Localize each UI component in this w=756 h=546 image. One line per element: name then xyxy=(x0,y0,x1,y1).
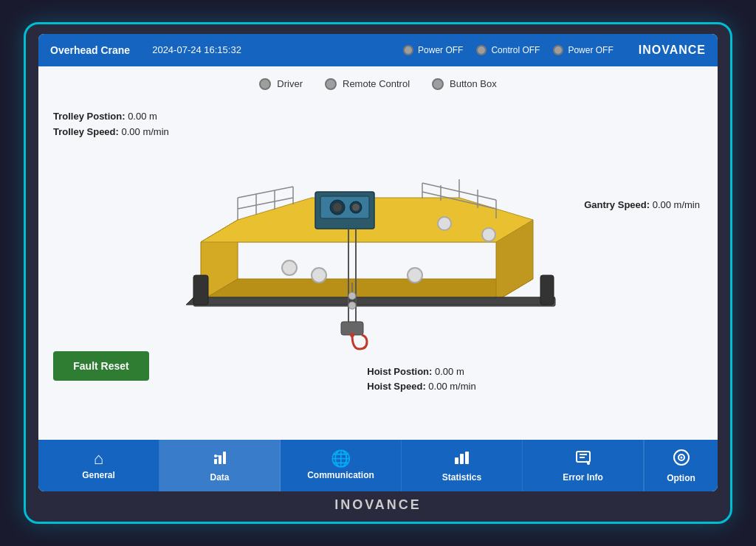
driver-label: Driver xyxy=(277,78,303,89)
hoist-position-value: 0.00 m xyxy=(435,366,464,377)
device-frame: Overhead Crane 2024-07-24 16:15:32 Power… xyxy=(24,22,732,524)
hoist-speed-row: Hoist Speed: 0.00 m/min xyxy=(367,381,475,392)
nav-communication[interactable]: 🌐 Communication xyxy=(281,440,402,491)
svg-point-43 xyxy=(214,455,217,457)
status-label-2: Control OFF xyxy=(491,45,540,55)
statistics-icon xyxy=(453,449,471,469)
svg-rect-26 xyxy=(193,275,208,305)
trolley-position-row: Trolley Postion: 0.00 m xyxy=(53,111,169,122)
sub-status-remote: Remote Control xyxy=(325,78,410,90)
svg-point-39 xyxy=(348,302,356,309)
header-bar: Overhead Crane 2024-07-24 16:15:32 Power… xyxy=(38,34,718,66)
bottom-navigation: ⌂ General Data 🌐 Communication xyxy=(38,440,718,491)
status-label-1: Power OFF xyxy=(418,45,463,55)
svg-rect-41 xyxy=(219,455,221,464)
data-icon xyxy=(211,449,229,469)
device-brand-label: INOVANCE xyxy=(334,497,422,513)
fault-reset-button[interactable]: Fault Reset xyxy=(53,351,149,381)
sub-status-button-box: Button Box xyxy=(432,78,497,90)
datetime-display: 2024-07-24 16:15:32 xyxy=(152,44,241,55)
crane-visualization-area xyxy=(112,133,629,381)
home-icon: ⌂ xyxy=(94,451,103,467)
nav-general[interactable]: ⌂ General xyxy=(38,440,159,491)
trolley-speed-label: Trolley Speed: xyxy=(53,126,119,137)
trolley-position-value: 0.00 m xyxy=(128,111,157,122)
nav-data-label: Data xyxy=(210,472,229,483)
header-brand-logo: INOVANCE xyxy=(639,44,706,57)
svg-point-22 xyxy=(352,204,360,211)
status-power-off-1: Power OFF xyxy=(403,45,463,55)
svg-point-35 xyxy=(438,217,451,230)
gantry-speed-value: 0.00 m/min xyxy=(653,199,700,210)
hoist-position-label: Hoist Postion: xyxy=(367,366,432,377)
svg-point-51 xyxy=(587,462,590,465)
svg-point-23 xyxy=(333,203,342,212)
communication-icon: 🌐 xyxy=(331,451,351,467)
status-dot-2 xyxy=(476,45,487,55)
driver-dot xyxy=(259,78,271,90)
svg-point-54 xyxy=(680,456,682,458)
app-title: Overhead Crane xyxy=(50,44,130,56)
hoist-info: Hoist Postion: 0.00 m Hoist Speed: 0.00 … xyxy=(367,366,475,395)
crane-svg xyxy=(179,153,563,360)
nav-option-label: Option xyxy=(667,473,695,483)
svg-point-33 xyxy=(312,268,326,283)
status-dot-1 xyxy=(403,45,413,55)
svg-rect-47 xyxy=(465,452,469,464)
remote-label: Remote Control xyxy=(343,78,410,89)
svg-marker-25 xyxy=(186,297,555,305)
hoist-speed-label: Hoist Speed: xyxy=(367,381,425,392)
svg-point-38 xyxy=(348,292,356,300)
status-power-off-2: Power OFF xyxy=(553,45,613,55)
svg-rect-45 xyxy=(455,457,458,464)
svg-line-9 xyxy=(238,187,293,198)
nav-error-info[interactable]: Error Info xyxy=(523,440,644,491)
button-box-dot xyxy=(432,78,444,90)
status-control-off: Control OFF xyxy=(476,45,540,55)
status-label-3: Power OFF xyxy=(568,45,613,55)
remote-dot xyxy=(325,78,337,90)
hoist-speed-value: 0.00 m/min xyxy=(428,381,475,392)
header-status-group: Power OFF Control OFF Power OFF INOVANCE xyxy=(403,44,706,57)
sub-status-row: Driver Remote Control Button Box xyxy=(53,78,703,90)
svg-point-31 xyxy=(350,333,354,337)
option-icon xyxy=(672,448,691,470)
sub-status-driver: Driver xyxy=(259,78,303,90)
svg-point-36 xyxy=(482,228,495,241)
nav-statistics-label: Statistics xyxy=(442,472,481,483)
trolley-position-label: Trolley Postion: xyxy=(53,111,126,122)
svg-rect-46 xyxy=(460,454,464,464)
status-dot-3 xyxy=(553,45,563,55)
hoist-position-row: Hoist Postion: 0.00 m xyxy=(367,366,475,377)
svg-point-34 xyxy=(408,268,422,283)
nav-option[interactable]: Option xyxy=(644,440,718,491)
nav-communication-label: Communication xyxy=(307,470,374,480)
svg-point-32 xyxy=(282,260,297,275)
svg-rect-27 xyxy=(540,275,554,305)
svg-rect-40 xyxy=(214,459,217,464)
main-content: Driver Remote Control Button Box Trolley… xyxy=(38,66,718,440)
screen: Overhead Crane 2024-07-24 16:15:32 Power… xyxy=(38,34,718,491)
nav-general-label: General xyxy=(82,470,115,480)
svg-rect-42 xyxy=(223,452,226,464)
button-box-label: Button Box xyxy=(450,78,497,89)
error-info-icon xyxy=(574,449,592,469)
nav-statistics[interactable]: Statistics xyxy=(402,440,523,491)
nav-error-info-label: Error Info xyxy=(563,472,603,483)
nav-data[interactable]: Data xyxy=(159,440,281,491)
